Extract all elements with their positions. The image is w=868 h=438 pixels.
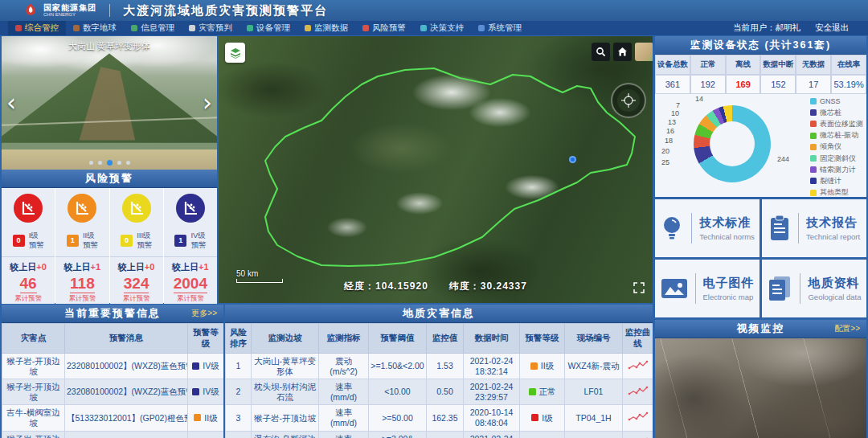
donut-value-label: 10 — [671, 109, 679, 117]
nav-item-label: 设备管理 — [256, 23, 290, 34]
alerts-table: 灾害点预警消息预警等级 猴子岩-开顶边坡 232080100002】(WXZ8)… — [2, 323, 223, 438]
nav-item-label: 数字地球 — [83, 23, 117, 34]
legend-color-square — [810, 166, 817, 173]
search-icon — [596, 47, 606, 57]
geo-table-row[interactable]: 2 枕头坝-别村沟泥石流 速率 (mm/d) <10.00 0.50 2021-… — [226, 379, 653, 405]
geo-code-cell: LF01 — [565, 379, 623, 405]
nav-menu-item[interactable]: 综合管控 — [8, 21, 66, 35]
logout-button[interactable]: 安全退出 — [815, 23, 849, 34]
tech-report-button[interactable]: 技术报告 Technical report — [762, 199, 866, 257]
alert-table-row[interactable]: 吉牛-横阀室边坡 【513323012001】(GP02)橙色预警... II级 — [2, 405, 224, 431]
nav-item-label: 系统管理 — [488, 23, 522, 34]
alert-table-row[interactable]: 猴子岩-开顶边坡 232080100002】(WXZ2)蓝色预警: ... IV… — [2, 379, 224, 405]
nav-menu-item[interactable]: 灾害预判 — [182, 21, 240, 35]
geo-curve-cell[interactable] — [623, 405, 653, 431]
device-stat-header: 离线 — [726, 55, 761, 75]
carousel-dot[interactable] — [107, 160, 113, 166]
device-stat-value: 53.19% — [831, 75, 866, 94]
legend-label: 微芯桩 — [820, 108, 841, 118]
electronic-map-button[interactable]: 电子图件 Electronic map — [655, 260, 760, 317]
basin-map[interactable]: 50 km 经度：104.15920 纬度：30.24337 — [219, 36, 653, 303]
basemap-thumbnail-button[interactable] — [635, 43, 653, 61]
carousel-dot[interactable] — [89, 161, 93, 165]
video-config-link[interactable]: 配置>> — [834, 323, 860, 334]
nav-menu-item[interactable]: 决策支持 — [413, 21, 471, 35]
risk-level-card[interactable]: 0 I级预警 较上日+0 46 累计预警 — [2, 188, 55, 304]
alert-table-row[interactable]: 猴子岩-开顶边坡 7:28)【5133232080100002】(LF02...… — [2, 431, 224, 438]
legend-item[interactable]: 锚索测力计 — [810, 164, 863, 175]
legend-color-square — [810, 144, 817, 150]
nav-menu-item[interactable]: 数字地球 — [66, 21, 124, 35]
alert-table-row[interactable]: 猴子岩-开顶边坡 232080100002】(WXZ8)蓝色预警: ... IV… — [2, 354, 224, 379]
carousel-dot[interactable] — [117, 161, 121, 165]
map-compass-control[interactable] — [611, 83, 646, 118]
landslide-level-icon — [68, 194, 96, 223]
map-fullscreen-button[interactable] — [633, 282, 645, 297]
alert-site-cell: 猴子岩-开顶边坡 — [2, 431, 65, 438]
lon-label: 经度： — [344, 280, 375, 292]
carousel-caption: 大岗山 黄草坪变形体 — [2, 40, 217, 52]
nav-menu-item[interactable]: 设备管理 — [240, 21, 297, 35]
legend-item[interactable]: 微芯桩 — [810, 107, 863, 118]
geo-column-header: 预警等级 — [520, 324, 565, 354]
warning-level-label: IV级预警 — [190, 231, 206, 250]
legend-item[interactable]: 其他类型 — [810, 187, 863, 199]
current-alerts-title: 当前重要预警信息 — [64, 306, 161, 321]
risk-warning-header: 风险预警 — [2, 170, 217, 188]
geo-curve-cell[interactable] — [623, 354, 653, 379]
carousel-next-button[interactable]: › — [203, 91, 212, 115]
geo-table-header: 风险排序监测边坡监测指标预警阈值监控值数据时间预警等级现场编号监控曲线 — [226, 324, 653, 354]
sparkline-icon — [628, 411, 649, 422]
map-layers-button[interactable] — [225, 43, 245, 63]
top-header-bar: 国家能源集团 CHN ENERGY 大渡河流域地质灾害预测预警平台 — [0, 0, 868, 21]
tech-standards-button[interactable]: 技术标准 Technical norms — [655, 199, 760, 257]
geo-rank-cell: 1 — [226, 354, 252, 379]
video-feed[interactable] — [655, 338, 866, 438]
legend-item[interactable]: 微芯桩-振动 — [810, 130, 863, 141]
legend-item[interactable]: 表面位移监测 — [810, 118, 863, 129]
nav-menu-item[interactable]: 信息管理 — [124, 21, 182, 35]
carousel-prev-button[interactable]: ‹ — [6, 91, 16, 115]
geo-curve-cell[interactable] — [623, 379, 653, 405]
nav-menu-item[interactable]: 系统管理 — [471, 21, 529, 35]
geo-table-row[interactable]: 4 瀑布沟-乌斯河边坡 速率 (mm/d) >=3.00&<15.00 6.01… — [226, 431, 653, 438]
geo-column-header: 风险排序 — [226, 324, 252, 354]
nav-menu-item[interactable]: 监测数据 — [297, 21, 355, 35]
map-search-button[interactable] — [592, 43, 610, 61]
legend-item[interactable]: 倾角仪 — [810, 141, 863, 153]
risk-level-card[interactable]: 1 II级预警 较上日+1 118 累计预警 — [55, 188, 108, 304]
map-station-marker[interactable] — [569, 156, 576, 163]
level-text: II级 — [204, 413, 217, 424]
legend-item[interactable]: 固定测斜仪 — [810, 153, 863, 164]
nav-menu-item[interactable]: 风险预警 — [355, 21, 413, 35]
geo-rank-cell: 4 — [226, 431, 252, 438]
risk-level-card[interactable]: 1 IV级预警 较上日+1 2004 累计预警 — [164, 188, 217, 304]
geo-table-row[interactable]: 1 大岗山-黄草坪变形体 震动 (m/s^2) >=1.50&<2.00 1.5… — [226, 354, 653, 379]
geological-data-button[interactable]: 地质资料 Geological data — [762, 260, 866, 317]
site-photo-carousel[interactable]: 大岗山 黄草坪变形体 ‹ › — [2, 36, 217, 170]
alerts-more-link[interactable]: 更多>> — [191, 308, 217, 319]
geological-data-label-zh: 地质资料 — [808, 276, 861, 291]
nav-item-label: 信息管理 — [141, 23, 174, 34]
legend-item[interactable]: GNSS — [810, 96, 863, 107]
device-stat-value: 361 — [655, 75, 690, 94]
geo-column-header: 监测指标 — [319, 324, 369, 354]
delta-vs-yesterday: 较上日+0 — [2, 261, 55, 273]
carousel-dot[interactable] — [126, 161, 130, 165]
risk-level-card[interactable]: 0 III级预警 较上日+0 324 累计预警 — [110, 188, 163, 304]
warning-level-label: I级预警 — [29, 231, 44, 250]
donut-chart[interactable] — [694, 105, 771, 182]
current-user-label: 当前用户：郝明礼 — [733, 23, 800, 34]
map-home-button[interactable] — [613, 43, 632, 61]
legend-item[interactable]: 裂缝计 — [810, 175, 863, 186]
geo-curve-cell[interactable] — [623, 431, 653, 438]
level-text: 正常 — [539, 387, 556, 397]
level-color-square — [530, 362, 538, 370]
alert-level-cell: II级 — [188, 405, 224, 431]
geo-table-row[interactable]: 3 猴子岩-开顶边坡 速率 (mm/d) >=50.00 162.35 2020… — [226, 405, 653, 431]
resource-divider — [695, 273, 696, 304]
electronic-map-label-en: Electronic map — [703, 293, 755, 301]
carousel-dot[interactable] — [98, 161, 102, 165]
nav-item-label: 风险预警 — [372, 23, 406, 34]
chn-energy-flame-icon — [23, 2, 39, 18]
